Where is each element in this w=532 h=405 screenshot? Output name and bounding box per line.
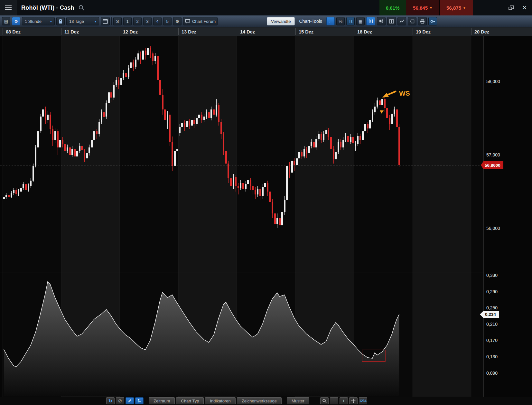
interval-button-2[interactable]: 2 [133,17,142,25]
zoom-out-button[interactable]: − [330,397,338,404]
range-dropdown[interactable]: 13 Tage ▾ [66,17,99,25]
interval-settings-button[interactable]: ⚙ [173,17,182,25]
svg-text:13 Dez: 13 Dez [182,29,196,34]
left-tag-icon [410,19,415,24]
chart-canvas[interactable]: 08 Dez11 Dez12 Dez13 Dez14 Dez15 Dez18 D… [0,27,532,397]
svg-text:0,250: 0,250 [486,305,498,310]
grid-toggle-button[interactable]: ▦ [356,17,365,25]
calendar-button[interactable] [101,17,110,25]
chevron-down-icon: ▾ [95,20,96,23]
svg-text:WS: WS [399,89,410,97]
zeitraum-button[interactable]: Zeitraum [149,397,175,404]
text-tool-button[interactable]: Tt [346,17,355,25]
muster-button[interactable]: Muster [287,397,309,404]
svg-text:18 Dez: 18 Dez [357,29,372,34]
svg-text:0,290: 0,290 [486,289,498,294]
svg-text:0,210: 0,210 [486,322,498,327]
digits-label: 1234 [359,399,366,403]
buy-price-button[interactable]: 56,875▼ [439,0,473,15]
svg-text:20 Dez: 20 Dez [474,29,489,34]
svg-text:0,090: 0,090 [486,371,498,376]
chart-style-bars-button[interactable] [366,17,375,25]
svg-text:11 Dez: 11 Dez [64,29,79,34]
calendar-icon [103,19,108,24]
zeichenwerkzeuge-button[interactable]: Zeichenwerkzeuge [237,397,282,404]
collapse-tools-button[interactable]: ← [326,17,335,25]
key-button[interactable] [428,17,437,25]
current-price-badge: 56,8600 [481,161,503,169]
print-button[interactable] [418,17,427,25]
price-down-arrow-icon: ▼ [429,6,433,10]
refresh-icon: ↻ [108,398,112,403]
chart-forum-label: Chart Forum [192,19,216,24]
popout-icon[interactable] [507,4,515,12]
key-icon [430,19,435,24]
reorder-button[interactable]: ⇅ [135,397,144,404]
svg-text:19 Dez: 19 Dez [416,29,431,34]
timeframe-value: 1 Stunde [25,19,42,24]
svg-text:0,234: 0,234 [485,312,496,317]
candlestick-icon [379,19,384,24]
svg-text:58,000: 58,000 [486,79,500,84]
indikatoren-button[interactable]: Indikatoren [205,397,235,404]
interval-button-4[interactable]: 4 [153,17,162,25]
speech-bubble-icon [185,19,190,24]
split-panels-button[interactable] [387,17,396,25]
magnifier-icon [322,399,327,403]
svg-text:56,8600: 56,8600 [485,163,500,168]
zigzag-icon [399,19,404,24]
svg-text:12 Dez: 12 Dez [123,29,138,34]
fit-chart-button[interactable] [349,397,358,404]
sell-price-button[interactable]: 56,845▼ [406,0,439,15]
range-value: 13 Tage [69,19,84,24]
percent-scale-button[interactable]: % [336,17,345,25]
updown-arrows-icon: ⇅ [137,398,141,403]
zoom-lens-button[interactable] [320,397,329,404]
panels-icon [389,19,394,24]
interval-button-s[interactable]: S [113,17,122,25]
instrument-title: Rohöl (WTI) - Cash [21,5,74,11]
interval-button-5[interactable]: 5 [163,17,172,25]
interval-button-3[interactable]: 3 [143,17,152,25]
window-controls: × [507,4,529,12]
no-entry-icon: ⊘ [118,398,122,404]
lock-icon [58,19,63,24]
lock-button[interactable] [56,17,65,25]
indicator-value-badge: 0,234 [480,311,499,318]
interval-button-1[interactable]: 1 [123,17,132,25]
svg-text:57,000: 57,000 [486,152,500,157]
date-axis[interactable]: 08 Dez11 Dez12 Dez13 Dez14 Dez15 Dez18 D… [0,27,532,36]
pencil-icon [128,399,132,403]
chart-settings-button[interactable]: ⚙ [12,17,20,25]
menu-button[interactable] [0,0,17,15]
svg-text:08 Dez: 08 Dez [6,29,21,34]
svg-text:15 Dez: 15 Dez [299,29,313,34]
verwandte-tab[interactable]: Verwandte [267,17,295,25]
bar-chart-icon [368,19,373,24]
chart-region: 08 Dez11 Dez12 Dez13 Dez14 Dez15 Dez18 D… [0,27,532,397]
printer-icon [420,19,425,24]
disable-drawing-button[interactable]: ⊘ [116,397,124,404]
trend-tool-button[interactable] [397,17,406,25]
refresh-button[interactable]: ↻ [106,397,115,404]
zoom-in-button[interactable]: + [340,397,348,404]
price-down-arrow-icon: ▼ [463,6,466,10]
crosshair-expand-icon [351,399,356,403]
chevron-down-icon: ▾ [50,20,52,23]
chart-typ-button[interactable]: Chart Typ [176,397,204,404]
bottom-toolbar: ↻ ⊘ ⇅ Zeitraum Chart Typ Indikatoren Zei… [0,397,532,405]
candle-count-button[interactable]: 1234 [359,397,367,404]
timeframe-dropdown[interactable]: 1 Stunde ▾ [22,17,55,25]
chart-style-candles-button[interactable] [377,17,386,25]
draw-button[interactable] [126,397,134,404]
svg-text:0,330: 0,330 [486,273,498,278]
svg-text:0,130: 0,130 [486,354,498,359]
chart-toolbar: ▤ ⚙ 1 Stunde ▾ 13 Tage ▾ S 1 2 3 4 5 ⚙ C… [0,15,532,27]
toolbar-separator [111,17,112,25]
chart-forum-button[interactable]: Chart Forum [183,17,218,25]
news-list-button[interactable]: ▤ [2,17,10,25]
search-icon[interactable] [78,5,85,11]
close-icon[interactable]: × [520,4,529,12]
tag-tool-button[interactable] [408,17,416,25]
svg-text:0,170: 0,170 [486,338,498,343]
